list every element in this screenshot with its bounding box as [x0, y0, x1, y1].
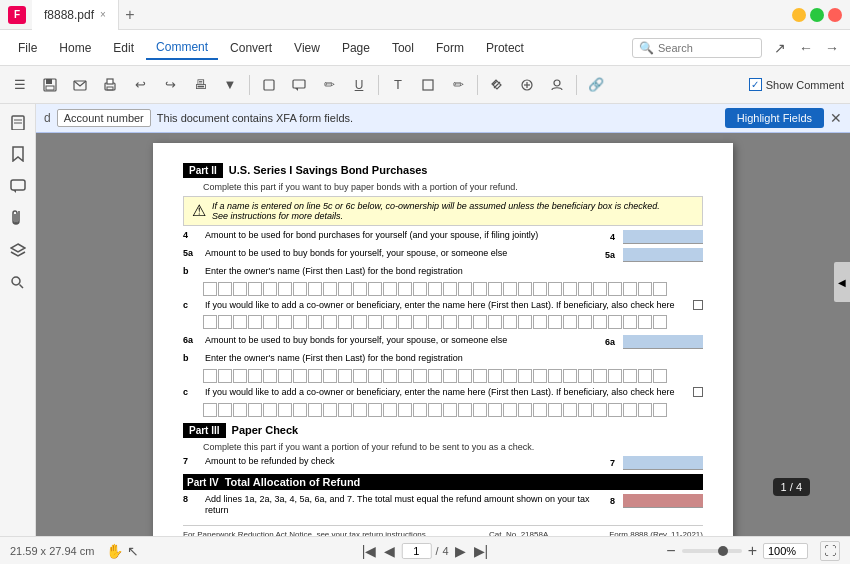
tab-close-button[interactable]: ×	[100, 9, 106, 20]
row6c-cell[interactable]	[218, 403, 232, 417]
row5b-cell[interactable]	[563, 282, 577, 296]
row6b-cell[interactable]	[563, 369, 577, 383]
row5b-cell[interactable]	[428, 282, 442, 296]
row5c-cell[interactable]	[563, 315, 577, 329]
row5b-cell[interactable]	[233, 282, 247, 296]
row5c-cell[interactable]	[248, 315, 262, 329]
zoom-in-button[interactable]: +	[748, 542, 757, 560]
sidebar-comment-icon[interactable]	[4, 172, 32, 200]
toolbar-save-btn[interactable]	[36, 71, 64, 99]
search-box[interactable]: 🔍	[632, 38, 762, 58]
first-page-button[interactable]: |◀	[360, 543, 379, 559]
row5c-cell[interactable]	[218, 315, 232, 329]
row6c-cell[interactable]	[638, 403, 652, 417]
prev-page-button[interactable]: ◀	[382, 543, 397, 559]
menu-comment[interactable]: Comment	[146, 36, 218, 60]
row5b-cell[interactable]	[623, 282, 637, 296]
row6b-cell[interactable]	[353, 369, 367, 383]
sidebar-layers-icon[interactable]	[4, 236, 32, 264]
row6c-cell[interactable]	[338, 403, 352, 417]
row5b-cell[interactable]	[503, 282, 517, 296]
row5b-cell[interactable]	[608, 282, 622, 296]
toolbar-print-btn[interactable]	[96, 71, 124, 99]
row5b-cell[interactable]	[263, 282, 277, 296]
row5b-cell[interactable]	[488, 282, 502, 296]
toolbar-email-btn[interactable]	[66, 71, 94, 99]
row5c-cell[interactable]	[653, 315, 667, 329]
row6c-cell[interactable]	[353, 403, 367, 417]
row6b-cell[interactable]	[638, 369, 652, 383]
menu-form[interactable]: Form	[426, 37, 474, 59]
sidebar-attachment-icon[interactable]	[4, 204, 32, 232]
menu-protect[interactable]: Protect	[476, 37, 534, 59]
row5b-cell[interactable]	[548, 282, 562, 296]
row5c-cell[interactable]	[383, 315, 397, 329]
row5c-cell[interactable]	[353, 315, 367, 329]
row5b-cell[interactable]	[293, 282, 307, 296]
row5b-cell[interactable]	[353, 282, 367, 296]
row5c-cell[interactable]	[638, 315, 652, 329]
row6b-cell[interactable]	[458, 369, 472, 383]
row6b-cell[interactable]	[608, 369, 622, 383]
row5b-cell[interactable]	[383, 282, 397, 296]
menu-edit[interactable]: Edit	[103, 37, 144, 59]
row6c-cell[interactable]	[443, 403, 457, 417]
row5c-cell[interactable]	[533, 315, 547, 329]
row5b-cell[interactable]	[653, 282, 667, 296]
row6c-cell[interactable]	[548, 403, 562, 417]
row6b-cell[interactable]	[593, 369, 607, 383]
menu-tool[interactable]: Tool	[382, 37, 424, 59]
row5c-cell[interactable]	[473, 315, 487, 329]
row6c-checkbox[interactable]	[693, 387, 703, 397]
toolbar-dropdown-btn[interactable]: ▼	[216, 71, 244, 99]
row6b-cell[interactable]	[248, 369, 262, 383]
row4-input[interactable]	[623, 230, 703, 244]
row6b-cell[interactable]	[518, 369, 532, 383]
row5c-cell[interactable]	[443, 315, 457, 329]
row5b-cell[interactable]	[203, 282, 217, 296]
row5b-cell[interactable]	[533, 282, 547, 296]
row5b-cell[interactable]	[578, 282, 592, 296]
toolbar-manage-btn[interactable]	[543, 71, 571, 99]
row6b-cell[interactable]	[443, 369, 457, 383]
row6c-cell[interactable]	[413, 403, 427, 417]
row6c-cell[interactable]	[263, 403, 277, 417]
new-tab-button[interactable]: +	[119, 4, 141, 26]
row5c-cell[interactable]	[428, 315, 442, 329]
row5c-cell[interactable]	[503, 315, 517, 329]
toolbar-underline-btn[interactable]: U	[345, 71, 373, 99]
external-link-icon[interactable]: ↗	[770, 38, 790, 58]
toolbar-print2-btn[interactable]: 🖶	[186, 71, 214, 99]
row5c-cell[interactable]	[623, 315, 637, 329]
row6c-cell[interactable]	[488, 403, 502, 417]
row5b-cell[interactable]	[413, 282, 427, 296]
right-panel-toggle[interactable]: ◀	[834, 262, 850, 302]
row5b-cell[interactable]	[398, 282, 412, 296]
row6b-cell[interactable]	[428, 369, 442, 383]
row5c-cell[interactable]	[548, 315, 562, 329]
row6c-cell[interactable]	[593, 403, 607, 417]
search-input[interactable]	[658, 42, 755, 54]
row6b-cell[interactable]	[233, 369, 247, 383]
row6b-cell[interactable]	[398, 369, 412, 383]
row6b-cell[interactable]	[578, 369, 592, 383]
row5b-cell[interactable]	[443, 282, 457, 296]
row6c-cell[interactable]	[278, 403, 292, 417]
menu-page[interactable]: Page	[332, 37, 380, 59]
back-icon[interactable]: ←	[796, 38, 816, 58]
row5c-cell[interactable]	[608, 315, 622, 329]
row5b-cell[interactable]	[638, 282, 652, 296]
row6c-cell[interactable]	[248, 403, 262, 417]
row6c-cell[interactable]	[383, 403, 397, 417]
sidebar-pages-icon[interactable]	[4, 108, 32, 136]
row5c-cell[interactable]	[458, 315, 472, 329]
row5b-cell[interactable]	[368, 282, 382, 296]
row6b-cell[interactable]	[548, 369, 562, 383]
row5c-cell[interactable]	[278, 315, 292, 329]
row6c-cell[interactable]	[428, 403, 442, 417]
row6c-cell[interactable]	[503, 403, 517, 417]
menu-view[interactable]: View	[284, 37, 330, 59]
row5c-cell[interactable]	[593, 315, 607, 329]
toolbar-attach-btn[interactable]	[483, 71, 511, 99]
row6b-cell[interactable]	[653, 369, 667, 383]
